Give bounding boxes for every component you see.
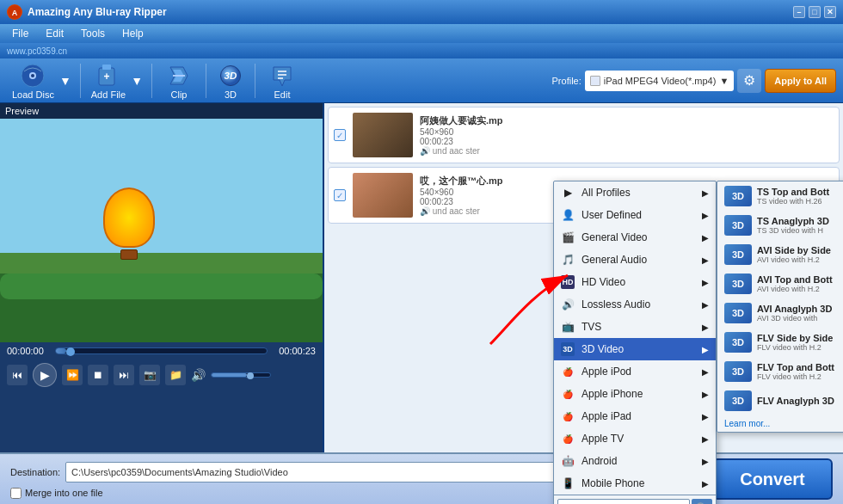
dropdown-item-general-video[interactable]: 🎬 General Video ▶	[554, 226, 716, 249]
3d-button[interactable]: 3D 3D	[212, 60, 249, 101]
file-checkbox-2[interactable]: ✓	[334, 189, 346, 201]
volume-dot	[247, 372, 254, 379]
dropdown-item-3d-video[interactable]: 3D 3D Video ▶	[554, 338, 716, 360]
submenu-item-avi-top[interactable]: 3D AVI Top and Bott AVI video with H.2	[717, 269, 843, 298]
convert-button[interactable]: Convert	[712, 458, 833, 500]
play-button[interactable]: ▶	[33, 363, 57, 387]
3d-label: 3D	[225, 89, 237, 100]
profile-search-button[interactable]: 🔍	[692, 499, 712, 504]
menu-tools[interactable]: Tools	[72, 26, 114, 41]
tvs-icon: 📺	[561, 320, 575, 334]
dropdown-item-hd-video[interactable]: HD HD Video ▶	[554, 271, 716, 293]
add-file-arrow[interactable]: ▼	[131, 74, 143, 88]
menu-edit[interactable]: Edit	[37, 26, 72, 41]
hd-video-icon: HD	[561, 275, 575, 289]
settings-button[interactable]: ⚙	[737, 69, 761, 93]
apple-ipad-arrow: ▶	[702, 412, 709, 421]
3d-video-arrow: ▶	[702, 345, 709, 354]
apply-all-button[interactable]: Apply to All	[765, 69, 836, 93]
submenu-item-avi-side[interactable]: 3D AVI Side by Side AVI video with H.2	[717, 240, 843, 269]
submenu-item-ts-anaglyph[interactable]: 3D TS Anaglyph 3D TS 3D video with H	[717, 211, 843, 240]
edit-button[interactable]: Edit	[261, 60, 304, 101]
mobile-phone-label: Mobile Phone	[581, 477, 695, 489]
profile-dropdown-arrow: ▼	[719, 76, 729, 86]
3d-icon: 3D	[217, 62, 244, 89]
time-total: 00:00:23	[273, 346, 316, 356]
avi-top-text: AVI Top and Bott AVI video with H.2	[757, 274, 843, 293]
3d-video-icon: 3D	[561, 342, 575, 356]
dropdown-item-apple-tv[interactable]: 🍎 Apple TV ▶	[554, 427, 716, 450]
avi-anaglyph-icon: 3D	[724, 303, 752, 323]
folder-button[interactable]: 📁	[165, 365, 186, 385]
profile-dropdown[interactable]: iPad MPEG4 Video(*.mp4) ▼	[585, 71, 735, 91]
progress-area: 00:00:00 00:00:23	[0, 342, 323, 360]
volume-bar[interactable]	[211, 372, 271, 378]
dropdown-item-android[interactable]: 🤖 Android ▶	[554, 450, 716, 472]
apple-ipad-label: Apple iPad	[581, 410, 695, 422]
menu-help[interactable]: Help	[114, 26, 152, 41]
progress-dot	[66, 347, 75, 356]
avi-top-icon: 3D	[724, 274, 752, 294]
apple-ipod-label: Apple iPod	[581, 366, 695, 378]
profile-search-box: 🔍	[554, 495, 716, 504]
dropdown-item-all-profiles[interactable]: ▶ All Profiles ▶	[554, 181, 716, 204]
close-button[interactable]: ✕	[824, 6, 836, 18]
apple-ipod-arrow: ▶	[702, 367, 709, 377]
add-file-icon: +	[95, 62, 122, 89]
dropdown-item-apple-iphone[interactable]: 🍎 Apple iPhone ▶	[554, 383, 716, 405]
apple-ipad-icon: 🍎	[561, 409, 575, 423]
submenu-item-avi-anaglyph[interactable]: 3D AVI Anaglyph 3D AVI 3D video with	[717, 298, 843, 328]
merge-checkbox[interactable]	[10, 488, 22, 499]
dropdown-item-apple-ipad[interactable]: 🍎 Apple iPad ▶	[554, 405, 716, 427]
submenu-item-ts-top[interactable]: 3D TS Top and Bott TS video with H.26	[717, 181, 843, 211]
progress-bar[interactable]	[55, 347, 268, 354]
tvs-arrow: ▶	[702, 323, 709, 332]
dropdown-item-apple-ipod[interactable]: 🍎 Apple iPod ▶	[554, 360, 716, 383]
submenu-item-flv-top[interactable]: 3D FLV Top and Bott FLV video with H.2	[717, 357, 843, 386]
volume-icon[interactable]: 🔊	[191, 368, 206, 382]
svg-text:+: +	[103, 71, 109, 83]
flv-anaglyph-text: FLV Anaglyph 3D	[757, 396, 843, 406]
apple-tv-arrow: ▶	[702, 434, 709, 444]
skip-forward-button[interactable]: ⏭	[114, 365, 134, 385]
dropdown-item-tvs[interactable]: 📺 TVS ▶	[554, 316, 716, 338]
svg-rect-6	[102, 65, 111, 70]
submenu-item-flv-side[interactable]: 3D FLV Side by Side FLV video with H.2	[717, 328, 843, 357]
submenu-item-flv-anaglyph[interactable]: 3D FLV Anaglyph 3D	[717, 386, 843, 415]
playback-controls: ⏮ ▶ ⏩ ⏹ ⏭ 📷 📁 🔊	[0, 360, 323, 390]
ts-top-icon: 3D	[724, 186, 752, 206]
maximize-button[interactable]: □	[809, 6, 821, 18]
fast-forward-button[interactable]: ⏩	[62, 365, 83, 385]
load-disc-button[interactable]: Load Disc	[7, 60, 59, 101]
3d-video-submenu: 3D TS Top and Bott TS video with H.26 3D…	[717, 181, 843, 433]
profile-search-input[interactable]	[557, 499, 690, 504]
profile-area: Profile: iPad MPEG4 Video(*.mp4) ▼ ⚙ App…	[552, 69, 836, 93]
skip-back-button[interactable]: ⏮	[7, 365, 28, 385]
menu-file[interactable]: File	[3, 26, 37, 41]
screenshot-button[interactable]: 📷	[139, 365, 160, 385]
file-duration-1: 00:00:23	[420, 137, 834, 146]
balloon-basket	[120, 249, 138, 260]
edit-icon	[268, 62, 296, 89]
dropdown-item-user-defined[interactable]: 👤 User Defined ▶	[554, 204, 716, 226]
mobile-phone-icon: 📱	[561, 476, 575, 490]
list-item[interactable]: ✓ 阿姨做人要诚实.mp 540×960 00:00:23 🔊 und aac …	[328, 107, 840, 163]
add-file-button[interactable]: + Add File	[86, 60, 131, 101]
stop-button[interactable]: ⏹	[88, 365, 108, 385]
minimize-button[interactable]: –	[793, 6, 805, 18]
android-label: Android	[581, 455, 695, 467]
titlebar: A Amazing Any Blu-ray Ripper – □ ✕	[0, 0, 843, 24]
toolbar-divider-2	[151, 64, 152, 98]
dropdown-item-lossless-audio[interactable]: 🔊 Lossless Audio ▶	[554, 293, 716, 316]
file-checkbox-1[interactable]: ✓	[334, 129, 346, 141]
user-defined-label: User Defined	[581, 209, 695, 221]
dropdown-item-mobile-phone[interactable]: 📱 Mobile Phone ▶	[554, 472, 716, 495]
clip-button[interactable]: Clip	[157, 60, 200, 101]
hd-video-label: HD Video	[581, 276, 695, 288]
dropdown-item-general-audio[interactable]: 🎵 General Audio ▶	[554, 249, 716, 271]
avi-side-icon: 3D	[724, 244, 752, 265]
app-title: Amazing Any Blu-ray Ripper	[28, 6, 793, 18]
learn-more-link[interactable]: Learn mor...	[717, 415, 843, 432]
android-arrow: ▶	[702, 457, 709, 466]
load-disc-arrow[interactable]: ▼	[59, 74, 71, 88]
